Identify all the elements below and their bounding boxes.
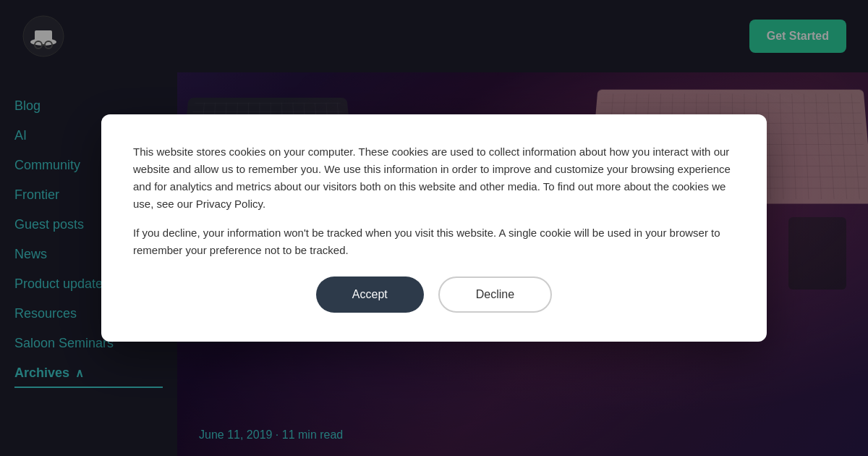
cookie-text-block: This website stores cookies on your comp… <box>133 143 735 259</box>
cookie-modal: This website stores cookies on your comp… <box>101 114 767 342</box>
cookie-actions: Accept Decline <box>133 276 735 313</box>
cookie-text-2: If you decline, your information won't b… <box>133 224 735 259</box>
decline-button[interactable]: Decline <box>438 276 552 313</box>
cookie-text-1: This website stores cookies on your comp… <box>133 143 735 213</box>
cookie-modal-overlay: This website stores cookies on your comp… <box>0 0 868 456</box>
accept-button[interactable]: Accept <box>316 276 424 313</box>
